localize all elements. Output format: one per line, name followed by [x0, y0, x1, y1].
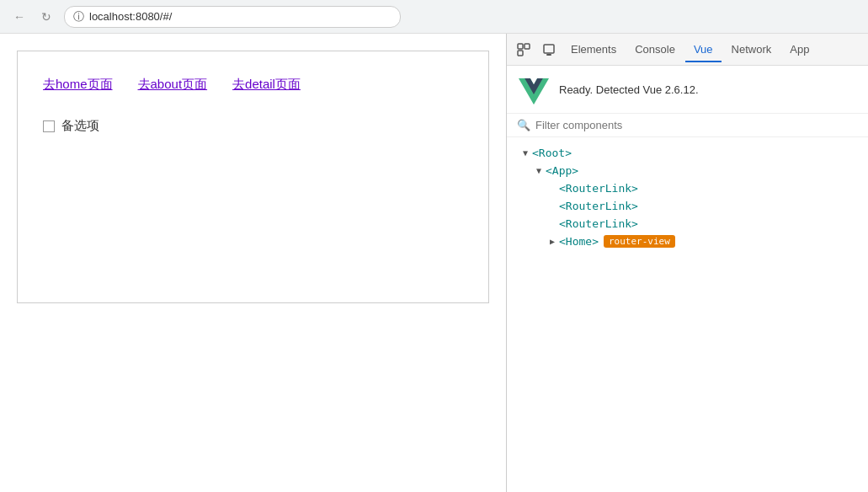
svg-rect-0 [518, 44, 523, 49]
tree-tag-rl3: <RouterLink> [559, 217, 638, 230]
tree-item-routerlink-3[interactable]: <RouterLink> [507, 215, 868, 233]
checkbox[interactable] [43, 120, 55, 132]
reload-button[interactable]: ↻ [37, 8, 56, 26]
tree-tag-rl2: <RouterLink> [559, 200, 638, 212]
url-text: localhost:8080/#/ [89, 10, 172, 23]
svg-rect-4 [546, 54, 551, 56]
nav-links: 去home页面 去about页面 去detail页面 [43, 77, 463, 93]
nav-link-home[interactable]: 去home页面 [43, 77, 113, 93]
checkbox-row: 备选项 [43, 118, 463, 134]
tree-tag-app: <App> [546, 164, 578, 177]
tree-item-routerlink-2[interactable]: <RouterLink> [507, 197, 868, 215]
checkbox-label: 备选项 [61, 118, 99, 134]
main-content: 去home页面 去about页面 去detail页面 备选项 [0, 34, 868, 492]
devtools-panel: Elements Console Vue Network App Ready. … [506, 34, 868, 492]
tab-network[interactable]: Network [723, 38, 780, 62]
address-bar[interactable]: ⓘ localhost:8080/#/ [64, 6, 401, 28]
tree-arrow-root: ▼ [519, 148, 532, 158]
browser-bar: ← ↻ ⓘ localhost:8080/#/ [0, 0, 868, 34]
devtools-tabs: Elements Console Vue Network App [507, 34, 868, 66]
nav-link-detail[interactable]: 去detail页面 [232, 77, 301, 93]
tab-console[interactable]: Console [626, 38, 684, 62]
svg-rect-2 [518, 51, 523, 56]
tab-elements[interactable]: Elements [562, 38, 625, 62]
filter-search-icon: 🔍 [517, 119, 530, 131]
tree-tag-rl1: <RouterLink> [559, 182, 638, 195]
router-view-badge: router-view [604, 235, 675, 248]
tab-app[interactable]: App [781, 38, 817, 62]
nav-link-about[interactable]: 去about页面 [138, 77, 208, 93]
svg-rect-1 [525, 44, 530, 49]
devtools-icon-btn-1[interactable] [512, 38, 535, 62]
filter-bar: 🔍 [507, 114, 868, 137]
back-button[interactable]: ← [10, 8, 29, 26]
tree-item-app[interactable]: ▼ <App> [507, 162, 868, 179]
component-tree: ▼ <Root> ▼ <App> <RouterLink> <RouterLin… [507, 137, 868, 492]
info-icon: ⓘ [73, 9, 84, 24]
tree-item-root[interactable]: ▼ <Root> [507, 144, 868, 162]
tree-item-home[interactable]: ▶ <Home> router-view [507, 233, 868, 250]
tree-arrow-app: ▼ [532, 166, 546, 175]
page-frame: 去home页面 去about页面 去detail页面 备选项 [17, 51, 489, 303]
vue-status-text: Ready. Detected Vue 2.6.12. [559, 83, 699, 96]
tree-item-routerlink-1[interactable]: <RouterLink> [507, 179, 868, 197]
vue-devtools: Ready. Detected Vue 2.6.12. 🔍 ▼ <Root> ▼… [507, 66, 868, 492]
devtools-icon-btn-2[interactable] [537, 38, 561, 62]
tab-vue[interactable]: Vue [685, 38, 722, 62]
filter-input[interactable] [535, 119, 858, 131]
svg-rect-3 [544, 45, 554, 53]
page-area: 去home页面 去about页面 去detail页面 备选项 [0, 34, 506, 492]
tree-arrow-home: ▶ [546, 237, 559, 246]
vue-header: Ready. Detected Vue 2.6.12. [507, 66, 868, 114]
vue-logo [519, 74, 549, 104]
tree-tag-home: <Home> [559, 235, 599, 248]
tree-tag-root: <Root> [532, 147, 572, 159]
